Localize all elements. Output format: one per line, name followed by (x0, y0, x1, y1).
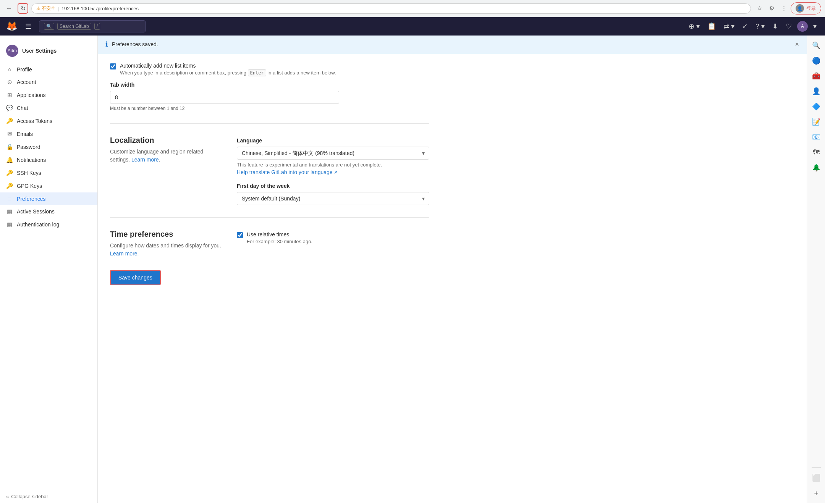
rs-tree-button[interactable]: 🌲 (809, 161, 823, 174)
first-day-field: First day of the week System default (Su… (237, 183, 429, 205)
rs-plus-button[interactable]: ＋ (809, 486, 823, 500)
sidebar-item-ssh-keys[interactable]: 🔑 SSH Keys (0, 166, 97, 179)
alert-message: Preferences saved. (112, 41, 158, 47)
relative-times-example: For example: 30 minutes ago. (247, 239, 312, 244)
main-layout: Adm User Settings ○ Profile ⊙ Account ⊞ (0, 36, 825, 503)
browser-actions: ☆ ⚙ ⋮ 👤 登录 (754, 2, 821, 15)
rs-extension-2-button[interactable]: 🧰 (809, 69, 823, 83)
downloads-button[interactable]: ⬇ (770, 20, 780, 33)
code-review-button[interactable]: 📋 (705, 20, 718, 33)
language-label: Language (237, 137, 429, 144)
authentication-log-icon: ▦ (6, 221, 13, 228)
bookmark-star-button[interactable]: ☆ (754, 3, 765, 14)
sidebar-item-chat[interactable]: 💬 Chat (0, 102, 97, 115)
sidebar-item-access-tokens[interactable]: 🔑 Access Tokens (0, 115, 97, 128)
tab-width-label: Tab width (110, 82, 429, 88)
sidebar: Adm User Settings ○ Profile ⊙ Account ⊞ (0, 36, 98, 503)
sidebar-item-authentication-log[interactable]: ▦ Authentication log (0, 218, 97, 231)
auto-list-label[interactable]: Automatically add new list items (120, 63, 196, 69)
refresh-button[interactable]: ↻ (18, 3, 28, 14)
extensions-button[interactable]: ⚙ (766, 3, 777, 14)
ssh-keys-icon: 🔑 (6, 170, 13, 176)
first-day-select[interactable]: System default (Sunday) Monday Sunday Sa… (237, 192, 429, 205)
enter-key-code: Enter (248, 69, 266, 76)
save-changes-button[interactable]: Save changes (110, 270, 161, 285)
rs-search-button[interactable]: 🔍 (809, 39, 823, 52)
sidebar-item-applications[interactable]: ⊞ Applications (0, 89, 97, 102)
alert-banner: ℹ Preferences saved. × (98, 36, 807, 53)
todo-button[interactable]: ✓ (740, 20, 750, 33)
time-preferences-learn-more-link[interactable]: Learn more (110, 250, 138, 257)
language-select-wrapper: Chinese, Simplified - 简体中文 (98% translat… (237, 147, 429, 160)
localization-title: Localization (110, 136, 225, 145)
password-icon: 🔒 (6, 144, 13, 150)
gpg-keys-icon: 🔑 (6, 183, 13, 189)
sidebar-item-profile[interactable]: ○ Profile (0, 63, 97, 76)
notifications-bell-button[interactable]: ♡ (783, 20, 794, 33)
sidebar-user-section: Adm User Settings (0, 42, 97, 63)
language-experimental-note: This feature is experimental and transla… (237, 162, 429, 168)
time-preferences-fields: Use relative times For example: 30 minut… (237, 230, 429, 258)
sidebar-item-preferences[interactable]: ≡ Preferences (0, 192, 97, 205)
localization-learn-more-link[interactable]: Learn more (131, 157, 159, 163)
relative-times-label[interactable]: Use relative times (247, 231, 289, 237)
sidebar-avatar: Adm (6, 45, 18, 57)
auto-list-description: When you type in a description or commen… (120, 70, 336, 76)
security-warning: ⚠ 不安全 (36, 5, 55, 12)
rs-extension-1-button[interactable]: 🔵 (809, 54, 823, 68)
sidebar-item-gpg-keys[interactable]: 🔑 GPG Keys (0, 179, 97, 192)
login-button[interactable]: 👤 登录 (791, 2, 821, 15)
section-divider-time (110, 217, 429, 218)
applications-icon: ⊞ (6, 92, 13, 99)
relative-times-checkbox[interactable] (237, 232, 243, 238)
user-avatar-small: 👤 (796, 4, 804, 13)
merge-requests-button[interactable]: ⇄ ▾ (721, 20, 737, 33)
alert-close-button[interactable]: × (795, 40, 799, 48)
create-button[interactable]: ⊕ ▾ (686, 20, 702, 33)
localization-info: Localization Customize language and regi… (110, 136, 225, 205)
rs-extension-4-button[interactable]: 🔷 (809, 100, 823, 113)
sidebar-item-password[interactable]: 🔒 Password (0, 141, 97, 153)
collapse-sidebar-button[interactable]: « Collapse sidebar (0, 489, 98, 503)
access-tokens-icon: 🔑 (6, 118, 13, 124)
account-icon: ⊙ (6, 79, 13, 86)
hamburger-menu-button[interactable]: ☰ (22, 21, 34, 32)
sidebar-item-emails[interactable]: ✉ Emails (0, 128, 97, 141)
rs-expand-button[interactable]: ⬜ (809, 471, 823, 485)
section-divider-localization (110, 123, 429, 124)
auto-list-checkbox-row: Automatically add new list items When yo… (110, 63, 429, 76)
notifications-icon: 🔔 (6, 157, 13, 163)
tab-width-field: Tab width Must be a number between 1 and… (110, 82, 429, 111)
profile-icon: ○ (6, 66, 13, 73)
rs-note-button[interactable]: 📝 (809, 115, 823, 129)
search-box[interactable]: 🔍 Search GitLab / (39, 20, 146, 32)
tab-width-hint: Must be a number between 1 and 12 (110, 106, 429, 111)
header-right: ⊕ ▾ 📋 ⇄ ▾ ✓ ? ▾ ⬇ ♡ A ▾ (686, 20, 819, 33)
sidebar-item-account[interactable]: ⊙ Account (0, 76, 97, 89)
rs-extension-3-button[interactable]: 👤 (809, 84, 823, 98)
help-button[interactable]: ? ▾ (753, 20, 767, 33)
auto-list-checkbox[interactable] (110, 63, 116, 69)
rs-map-button[interactable]: 🗺 (809, 145, 823, 159)
sidebar-nav: ○ Profile ⊙ Account ⊞ Applications 💬 (0, 63, 97, 231)
translate-gitlab-link[interactable]: Help translate GitLab into your language… (237, 169, 337, 175)
language-select[interactable]: Chinese, Simplified - 简体中文 (98% translat… (237, 147, 429, 160)
gitlab-header: 🦊 ☰ 🔍 Search GitLab / ⊕ ▾ 📋 ⇄ ▾ ✓ ? ▾ ⬇ … (0, 17, 825, 36)
first-day-select-wrapper: System default (Sunday) Monday Sunday Sa… (237, 192, 429, 205)
user-avatar[interactable]: A (797, 21, 808, 32)
sidebar-item-active-sessions[interactable]: ▦ Active Sessions (0, 205, 97, 218)
alert-info-icon: ℹ (105, 40, 108, 48)
rs-outlook-button[interactable]: 📧 (809, 130, 823, 144)
active-sessions-icon: ▦ (6, 208, 13, 215)
sidebar-item-notifications[interactable]: 🔔 Notifications (0, 153, 97, 166)
emails-icon: ✉ (6, 131, 13, 137)
relative-times-checkbox-row: Use relative times For example: 30 minut… (237, 231, 429, 244)
localization-fields: Language Chinese, Simplified - 简体中文 (98%… (237, 136, 429, 205)
back-button[interactable]: ← (4, 3, 15, 14)
tab-width-input[interactable] (110, 91, 339, 104)
more-button[interactable]: ⋮ (778, 3, 789, 14)
avatar-dropdown-button[interactable]: ▾ (811, 20, 819, 33)
content-area: ℹ Preferences saved. × Automatically add… (98, 36, 807, 503)
content-inner: Automatically add new list items When yo… (98, 53, 442, 313)
search-shortcut: / (94, 23, 100, 30)
